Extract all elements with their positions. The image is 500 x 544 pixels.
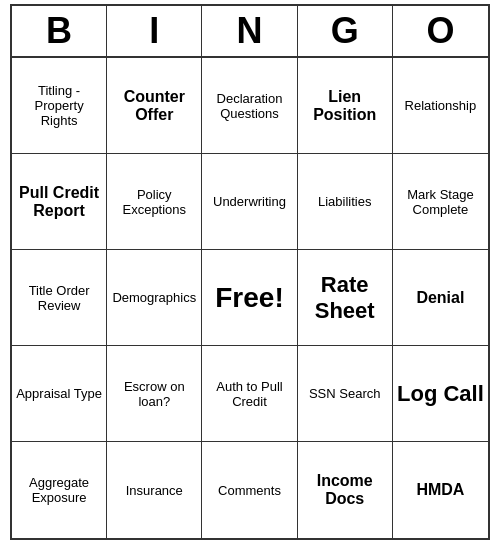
header-letter-i: I (107, 6, 202, 56)
header-letter-b: B (12, 6, 107, 56)
bingo-cell-4: Relationship (393, 58, 488, 154)
bingo-cell-24: HMDA (393, 442, 488, 538)
bingo-cell-5: Pull Credit Report (12, 154, 107, 250)
bingo-cell-6: Policy Exceptions (107, 154, 202, 250)
bingo-grid: Titling - Property RightsCounter OfferDe… (12, 58, 488, 538)
bingo-cell-15: Appraisal Type (12, 346, 107, 442)
bingo-cell-19: Log Call (393, 346, 488, 442)
bingo-cell-8: Liabilities (298, 154, 393, 250)
bingo-cell-11: Demographics (107, 250, 202, 346)
bingo-cell-23: Income Docs (298, 442, 393, 538)
bingo-cell-16: Escrow on loan? (107, 346, 202, 442)
bingo-cell-2: Declaration Questions (202, 58, 297, 154)
bingo-cell-22: Comments (202, 442, 297, 538)
header-letter-n: N (202, 6, 297, 56)
bingo-cell-7: Underwriting (202, 154, 297, 250)
bingo-cell-1: Counter Offer (107, 58, 202, 154)
bingo-cell-20: Aggregate Exposure (12, 442, 107, 538)
bingo-cell-13: Rate Sheet (298, 250, 393, 346)
bingo-cell-18: SSN Search (298, 346, 393, 442)
bingo-card: BINGO Titling - Property RightsCounter O… (10, 4, 490, 540)
bingo-cell-14: Denial (393, 250, 488, 346)
bingo-cell-12: Free! (202, 250, 297, 346)
bingo-cell-9: Mark Stage Complete (393, 154, 488, 250)
bingo-header: BINGO (12, 6, 488, 58)
header-letter-g: G (298, 6, 393, 56)
bingo-cell-17: Auth to Pull Credit (202, 346, 297, 442)
bingo-cell-10: Title Order Review (12, 250, 107, 346)
bingo-cell-21: Insurance (107, 442, 202, 538)
bingo-cell-3: Lien Position (298, 58, 393, 154)
bingo-cell-0: Titling - Property Rights (12, 58, 107, 154)
header-letter-o: O (393, 6, 488, 56)
